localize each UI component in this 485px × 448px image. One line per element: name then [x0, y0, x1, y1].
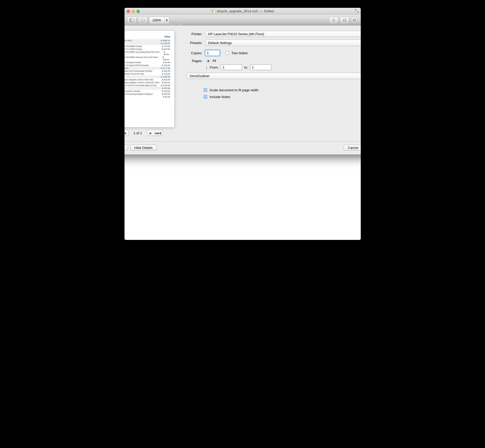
pages-from-input[interactable] — [221, 64, 242, 70]
pages-range-radio[interactable] — [206, 66, 207, 70]
document-area: ComponentPrice ATitleF1ASubtitleF2AHeadi… — [125, 26, 361, 240]
app-options-select[interactable]: OmniOutliner ▲▼ — [187, 73, 361, 79]
copies-input[interactable] — [205, 50, 220, 56]
printer-select[interactable]: HP LaserJet P3010 Series [4th Floor] ▲▼ — [205, 31, 361, 37]
zoom-value: 100% — [149, 18, 164, 22]
scale-fit-label: Scale document to fit page width — [210, 88, 259, 92]
document-icon — [211, 9, 215, 13]
pages-all-label: All — [212, 59, 216, 63]
add-button[interactable] — [340, 17, 349, 24]
svg-rect-10 — [354, 20, 355, 21]
zoom-window-button[interactable] — [137, 10, 140, 13]
utility-pane-button[interactable] — [127, 17, 137, 24]
hide-details-button[interactable]: Hide Details — [131, 145, 157, 150]
last-page-button[interactable]: ▶▶▮ — [154, 130, 162, 136]
pager-next-group: ▶ ▶▶▮ — [147, 130, 162, 136]
edited-status: Edited — [264, 9, 274, 13]
svg-rect-2 — [140, 19, 145, 22]
microphone-button[interactable] — [329, 17, 338, 24]
printer-label: Printer: — [180, 32, 203, 36]
minimize-window-button[interactable] — [132, 10, 135, 13]
svg-rect-5 — [333, 19, 334, 21]
preview-col-price: Price — [165, 35, 170, 38]
pages-to-input[interactable] — [250, 64, 271, 70]
pages-label: Pages: — [180, 58, 203, 63]
chevron-updown-icon — [164, 17, 169, 24]
preview-pager: ▮◀◀ ◀ 1 of 1 ▶ ▶▶▮ — [125, 130, 162, 136]
app-options-value: OmniOutliner — [190, 74, 210, 78]
filename: bicycle_upgrade_2014.oo3 — [217, 9, 258, 13]
pager-prev-group: ▮◀◀ ◀ — [125, 130, 129, 136]
prev-page-button[interactable]: ◀ — [125, 130, 129, 136]
svg-point-9 — [354, 19, 354, 20]
close-window-button[interactable] — [127, 10, 130, 13]
two-sided-checkbox[interactable] — [226, 51, 229, 55]
next-page-button[interactable]: ▶ — [147, 130, 154, 136]
sections-button[interactable] — [138, 17, 147, 24]
presets-value: Default Settings — [208, 41, 232, 45]
presets-label: Presets: — [180, 41, 203, 45]
window-title: bicycle_upgrade_2014.oo3 — Edited — [127, 9, 359, 13]
printer-value: HP LaserJet P3010 Series [4th Floor] — [208, 32, 264, 36]
fullscreen-button[interactable] — [355, 9, 359, 13]
cancel-button[interactable]: Cancel — [344, 145, 360, 150]
pages-all-radio[interactable] — [206, 59, 210, 63]
window: bicycle_upgrade_2014.oo3 — Edited 100% — [125, 8, 361, 240]
copies-label: Copies: — [180, 51, 203, 55]
print-preview: Component Price ▼Bicycle Upgrades for 20… — [125, 31, 174, 127]
info-button[interactable] — [351, 17, 358, 24]
pages-to-label: to: — [244, 65, 248, 69]
presets-select[interactable]: Default Settings ▲▼ — [205, 40, 361, 46]
scale-fit-checkbox[interactable] — [204, 88, 207, 92]
pdf-menu-button[interactable]: PDF — [125, 145, 128, 150]
title-separator: — — [259, 9, 263, 13]
page-indicator: 1 of 1 — [131, 131, 145, 135]
pages-from-label: From: — [210, 65, 219, 69]
two-sided-label: Two-Sided — [232, 51, 247, 55]
include-notes-checkbox[interactable] — [204, 95, 207, 99]
svg-rect-1 — [130, 19, 131, 22]
zoom-dropdown[interactable]: 100% — [149, 17, 169, 24]
include-notes-label: Include Notes — [210, 95, 230, 99]
titlebar: bicycle_upgrade_2014.oo3 — Edited — [125, 8, 361, 15]
window-controls — [127, 10, 140, 13]
print-dialog: Component Price ▼Bicycle Upgrades for 20… — [125, 25, 361, 155]
